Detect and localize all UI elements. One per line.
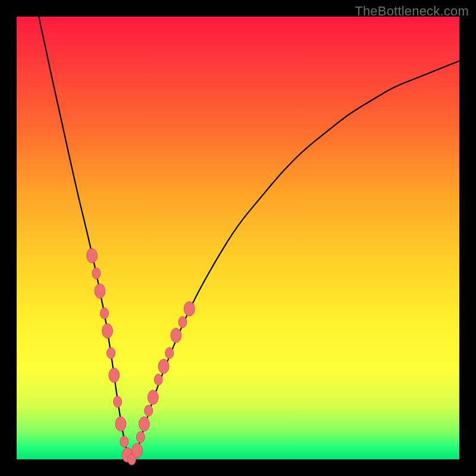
chart-svg	[17, 17, 459, 459]
chart-frame	[17, 17, 459, 459]
marker-bead	[171, 328, 181, 343]
marker-bead	[154, 374, 162, 386]
marker-bead	[87, 249, 98, 263]
marker-bead	[165, 347, 174, 359]
marker-bead	[107, 347, 115, 359]
marker-bead	[114, 396, 122, 408]
curve-markers	[87, 249, 195, 465]
marker-bead	[100, 308, 108, 319]
marker-bead	[136, 431, 145, 443]
bottleneck-curve	[39, 17, 459, 455]
marker-bead	[158, 359, 169, 374]
marker-bead	[92, 268, 101, 279]
marker-bead	[120, 436, 129, 447]
marker-bead	[115, 416, 126, 431]
marker-bead	[131, 443, 142, 458]
watermark-text: TheBottleneck.com	[355, 4, 469, 19]
marker-bead	[145, 405, 153, 416]
marker-bead	[178, 317, 187, 328]
marker-bead	[109, 368, 120, 382]
marker-bead	[139, 416, 149, 431]
marker-bead	[184, 302, 195, 316]
marker-bead	[95, 284, 105, 298]
marker-bead	[102, 324, 113, 338]
marker-bead	[148, 390, 158, 405]
